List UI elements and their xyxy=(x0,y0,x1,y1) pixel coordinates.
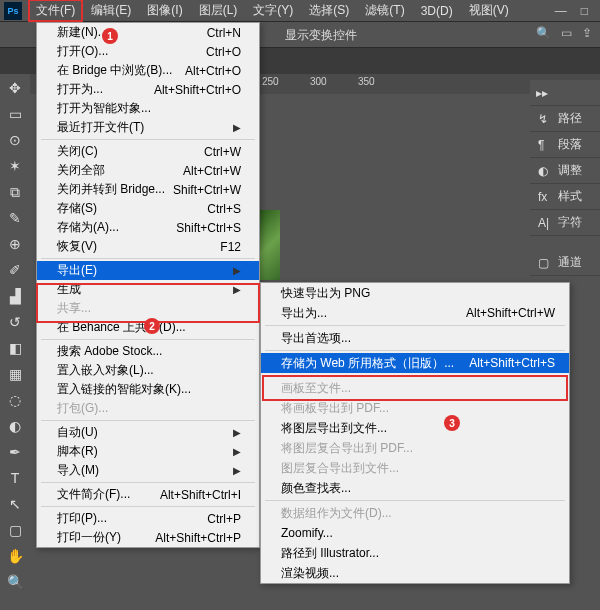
path-tool-icon[interactable]: ↖ xyxy=(4,494,26,514)
lasso-tool-icon[interactable]: ⊙ xyxy=(4,130,26,150)
adjustments-icon: ◐ xyxy=(538,164,552,178)
right-panels: ▸▸ ↯路径 ¶段落 ◐调整 fx样式 A|字符 ▢通道 xyxy=(530,80,600,276)
file-menu-item[interactable]: 关闭全部Alt+Ctrl+W xyxy=(37,161,259,180)
export-submenu-item: 画板至文件... xyxy=(261,378,569,398)
panel-label: 段落 xyxy=(558,136,582,153)
submenu-item-label: Zoomify... xyxy=(281,526,333,540)
file-menu-item[interactable]: 关闭并转到 Bridge...Shift+Ctrl+W xyxy=(37,180,259,199)
minimize-icon[interactable]: — xyxy=(555,4,567,18)
file-menu-item[interactable]: 置入嵌入对象(L)... xyxy=(37,361,259,380)
export-submenu-item[interactable]: 导出为...Alt+Shift+Ctrl+W xyxy=(261,303,569,323)
move-tool-icon[interactable]: ✥ xyxy=(4,78,26,98)
gradient-tool-icon[interactable]: ▦ xyxy=(4,364,26,384)
submenu-arrow-icon: ▶ xyxy=(233,427,241,438)
file-menu-item[interactable]: 关闭(C)Ctrl+W xyxy=(37,142,259,161)
file-menu-item: 共享... xyxy=(37,299,259,318)
file-menu-item[interactable]: 搜索 Adobe Stock... xyxy=(37,342,259,361)
export-submenu-item[interactable]: 路径到 Illustrator... xyxy=(261,543,569,563)
export-submenu-item[interactable]: 将图层导出到文件... xyxy=(261,418,569,438)
file-menu-item[interactable]: 打开为智能对象... xyxy=(37,99,259,118)
type-tool-icon[interactable]: T xyxy=(4,468,26,488)
stamp-tool-icon[interactable]: ▟ xyxy=(4,286,26,306)
panel-toggle[interactable]: ▸▸ xyxy=(530,80,600,106)
file-menu-item[interactable]: 存储为(A)...Shift+Ctrl+S xyxy=(37,218,259,237)
menu-type[interactable]: 文字(Y) xyxy=(245,0,301,22)
export-submenu-item[interactable]: 快速导出为 PNG xyxy=(261,283,569,303)
crop-tool-icon[interactable]: ⧉ xyxy=(4,182,26,202)
export-submenu-item[interactable]: 颜色查找表... xyxy=(261,478,569,498)
submenu-arrow-icon: ▶ xyxy=(233,265,241,276)
panel-styles[interactable]: fx样式 xyxy=(530,184,600,210)
panel-adjustments[interactable]: ◐调整 xyxy=(530,158,600,184)
file-menu-item[interactable]: 导出(E)▶ xyxy=(37,261,259,280)
search-icon[interactable]: 🔍 xyxy=(536,26,551,40)
heal-tool-icon[interactable]: ⊕ xyxy=(4,234,26,254)
panel-channels[interactable]: ▢通道 xyxy=(530,250,600,276)
export-submenu-item[interactable]: 存储为 Web 所用格式（旧版）...Alt+Shift+Ctrl+S xyxy=(261,353,569,373)
menu-item-label: 在 Behance 上共享(D)... xyxy=(57,319,186,336)
share-icon[interactable]: ⇪ xyxy=(582,26,592,40)
menu-layer[interactable]: 图层(L) xyxy=(191,0,246,22)
panel-character[interactable]: A|字符 xyxy=(530,210,600,236)
menu-view[interactable]: 视图(V) xyxy=(461,0,517,22)
menu-image[interactable]: 图像(I) xyxy=(139,0,190,22)
history-brush-tool-icon[interactable]: ↺ xyxy=(4,312,26,332)
submenu-item-label: 渲染视频... xyxy=(281,565,339,582)
file-menu-item[interactable]: 打开(O)...Ctrl+O xyxy=(37,42,259,61)
menu-item-label: 在 Bridge 中浏览(B)... xyxy=(57,62,172,79)
menu-3d[interactable]: 3D(D) xyxy=(413,1,461,21)
menu-item-label: 打开为智能对象... xyxy=(57,100,151,117)
eraser-tool-icon[interactable]: ◧ xyxy=(4,338,26,358)
menu-item-shortcut: Ctrl+N xyxy=(207,26,241,40)
file-menu-item[interactable]: 打印一份(Y)Alt+Shift+Ctrl+P xyxy=(37,528,259,547)
file-menu-item[interactable]: 最近打开文件(T)▶ xyxy=(37,118,259,137)
menu-item-shortcut: Ctrl+W xyxy=(204,145,241,159)
brush-tool-icon[interactable]: ✐ xyxy=(4,260,26,280)
file-menu-item[interactable]: 打印(P)...Ctrl+P xyxy=(37,509,259,528)
menu-item-label: 置入链接的智能对象(K)... xyxy=(57,381,191,398)
menu-item-label: 文件简介(F)... xyxy=(57,486,130,503)
menu-filter[interactable]: 滤镜(T) xyxy=(357,0,412,22)
zoom-tool-icon[interactable]: 🔍 xyxy=(4,572,26,592)
file-menu-item[interactable]: 导入(M)▶ xyxy=(37,461,259,480)
file-menu-item[interactable]: 打开为...Alt+Shift+Ctrl+O xyxy=(37,80,259,99)
menu-edit[interactable]: 编辑(E) xyxy=(83,0,139,22)
marquee-tool-icon[interactable]: ▭ xyxy=(4,104,26,124)
eyedropper-tool-icon[interactable]: ✎ xyxy=(4,208,26,228)
file-menu-item[interactable]: 自动(U)▶ xyxy=(37,423,259,442)
pen-tool-icon[interactable]: ✒ xyxy=(4,442,26,462)
file-menu-item[interactable]: 在 Bridge 中浏览(B)...Alt+Ctrl+O xyxy=(37,61,259,80)
blur-tool-icon[interactable]: ◌ xyxy=(4,390,26,410)
menu-file[interactable]: 文件(F) xyxy=(28,0,83,22)
dodge-tool-icon[interactable]: ◐ xyxy=(4,416,26,436)
export-submenu-item[interactable]: 导出首选项... xyxy=(261,328,569,348)
file-menu-item[interactable]: 新建(N)...Ctrl+N xyxy=(37,23,259,42)
panel-label: 字符 xyxy=(558,214,582,231)
file-menu-item[interactable]: 恢复(V)F12 xyxy=(37,237,259,256)
submenu-arrow-icon: ▶ xyxy=(233,465,241,476)
maximize-icon[interactable]: □ xyxy=(581,4,588,18)
panel-paragraph[interactable]: ¶段落 xyxy=(530,132,600,158)
wand-tool-icon[interactable]: ✶ xyxy=(4,156,26,176)
file-menu-item[interactable]: 存储(S)Ctrl+S xyxy=(37,199,259,218)
file-menu-item[interactable]: 脚本(R)▶ xyxy=(37,442,259,461)
shape-tool-icon[interactable]: ▢ xyxy=(4,520,26,540)
menu-select[interactable]: 选择(S) xyxy=(301,0,357,22)
styles-icon: fx xyxy=(538,190,552,204)
paths-icon: ↯ xyxy=(538,112,552,126)
hand-tool-icon[interactable]: ✋ xyxy=(4,546,26,566)
workspace-icon[interactable]: ▭ xyxy=(561,26,572,40)
submenu-item-label: 导出首选项... xyxy=(281,330,351,347)
export-submenu-item: 将画板导出到 PDF... xyxy=(261,398,569,418)
file-menu-item[interactable]: 文件简介(F)...Alt+Shift+Ctrl+I xyxy=(37,485,259,504)
submenu-item-label: 画板至文件... xyxy=(281,380,351,397)
export-submenu-item[interactable]: 渲染视频... xyxy=(261,563,569,583)
window-controls: — □ xyxy=(555,4,600,18)
panel-paths[interactable]: ↯路径 xyxy=(530,106,600,132)
panel-label: 样式 xyxy=(558,188,582,205)
file-menu-item[interactable]: 置入链接的智能对象(K)... xyxy=(37,380,259,399)
export-submenu-item[interactable]: Zoomify... xyxy=(261,523,569,543)
file-menu-item[interactable]: 生成▶ xyxy=(37,280,259,299)
menu-item-label: 关闭并转到 Bridge... xyxy=(57,181,165,198)
app-logo: Ps xyxy=(4,2,22,20)
